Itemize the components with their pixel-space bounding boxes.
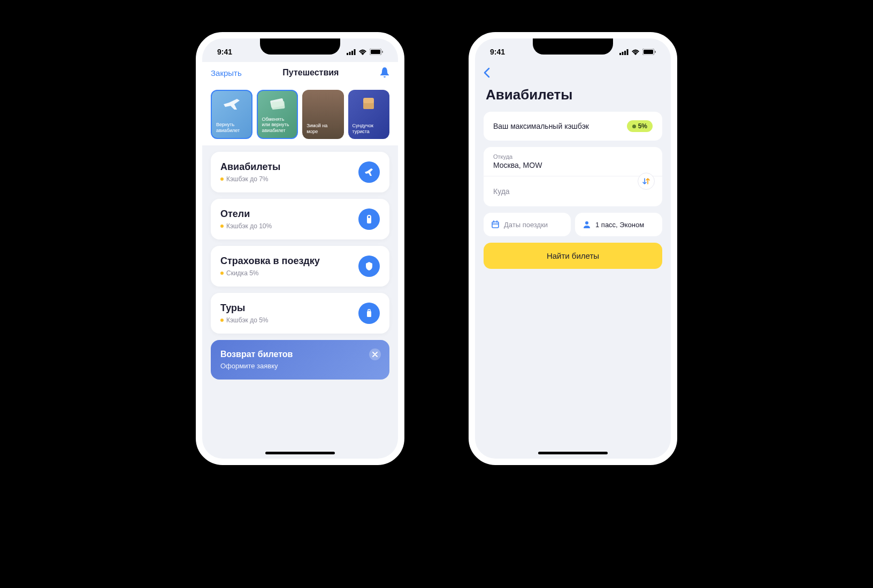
chevron-left-icon bbox=[484, 67, 490, 78]
to-placeholder: Куда bbox=[493, 183, 653, 200]
banner-subtitle: Оформите заявку bbox=[220, 362, 380, 370]
to-field[interactable]: Куда bbox=[484, 176, 662, 206]
svg-rect-8 bbox=[272, 101, 285, 110]
passengers-field[interactable]: 1 пасс, Эконом bbox=[575, 213, 662, 236]
banner-close-button[interactable] bbox=[369, 349, 381, 360]
dates-field[interactable]: Даты поездки bbox=[484, 213, 571, 236]
from-field[interactable]: Откуда Москва, MOW bbox=[484, 147, 662, 176]
svg-rect-13 bbox=[619, 53, 621, 55]
cashback-badge: 5% bbox=[627, 120, 653, 132]
svg-rect-14 bbox=[622, 52, 624, 55]
status-time: 9:41 bbox=[490, 48, 505, 56]
card-title: Авиабилеты bbox=[220, 161, 280, 173]
door-hanger-icon bbox=[358, 208, 380, 230]
svg-rect-15 bbox=[624, 51, 626, 55]
nav-bar: Закрыть Путешествия bbox=[202, 62, 398, 83]
shield-icon bbox=[358, 256, 380, 277]
status-time: 9:41 bbox=[217, 48, 232, 56]
svg-rect-19 bbox=[655, 51, 656, 53]
tickets-icon bbox=[266, 96, 288, 112]
swap-button[interactable] bbox=[638, 173, 655, 190]
cards-list: Авиабилеты Кэшбэк до 7% Отели Кэшбэк до … bbox=[202, 145, 398, 386]
card-title: Туры bbox=[220, 303, 269, 314]
bell-icon bbox=[380, 67, 389, 78]
svg-rect-20 bbox=[492, 222, 499, 228]
story-return-ticket[interactable]: Вернуть авиабилет bbox=[211, 90, 252, 139]
notch bbox=[533, 38, 613, 55]
svg-rect-18 bbox=[644, 50, 653, 54]
swap-icon bbox=[642, 177, 650, 185]
status-icons bbox=[619, 49, 656, 55]
from-label: Откуда bbox=[493, 153, 653, 160]
card-hotels[interactable]: Отели Кэшбэк до 10% bbox=[211, 199, 389, 239]
status-icons bbox=[347, 49, 383, 55]
svg-rect-2 bbox=[351, 51, 353, 55]
phone-frame-right: 9:41 Авиабилеты Ваш максимальный кэшбэк … bbox=[469, 32, 677, 465]
story-label: Сундучок туриста bbox=[353, 123, 385, 135]
card-title: Страховка в поездку bbox=[220, 256, 320, 267]
story-label: Зимой на море bbox=[307, 123, 339, 135]
close-button[interactable]: Закрыть bbox=[211, 68, 242, 78]
card-subtitle: Кэшбэк до 5% bbox=[220, 316, 269, 324]
wifi-icon bbox=[631, 49, 640, 55]
page-title: Авиабилеты bbox=[475, 83, 671, 112]
svg-rect-6 bbox=[382, 51, 383, 53]
home-indicator[interactable] bbox=[538, 452, 608, 454]
passengers-value: 1 пасс, Эконом bbox=[595, 221, 644, 229]
card-tours[interactable]: Туры Кэшбэк до 5% bbox=[211, 293, 389, 334]
search-form: Откуда Москва, MOW Куда bbox=[484, 147, 662, 206]
svg-rect-0 bbox=[347, 53, 348, 55]
story-tourist-chest[interactable]: Сундучок туриста bbox=[348, 90, 389, 139]
story-exchange-ticket[interactable]: Обменять или вернуть авиабилет bbox=[257, 90, 298, 139]
card-title: Отели bbox=[220, 208, 272, 220]
calendar-icon bbox=[491, 220, 500, 229]
return-tickets-banner[interactable]: Возврат билетов Оформите заявку bbox=[211, 340, 389, 380]
signal-icon bbox=[347, 49, 356, 55]
svg-rect-3 bbox=[354, 49, 356, 55]
card-subtitle: Кэшбэк до 7% bbox=[220, 175, 280, 183]
svg-rect-1 bbox=[349, 52, 351, 55]
story-label: Вернуть авиабилет bbox=[216, 122, 247, 134]
svg-rect-10 bbox=[363, 98, 374, 103]
svg-rect-5 bbox=[371, 50, 380, 54]
banner-title: Возврат билетов bbox=[220, 350, 380, 359]
notch bbox=[260, 38, 340, 55]
card-subtitle: Кэшбэк до 10% bbox=[220, 222, 272, 230]
signal-icon bbox=[619, 49, 629, 55]
stories-row: Вернуть авиабилет Обменять или вернуть а… bbox=[202, 83, 398, 145]
svg-rect-12 bbox=[368, 310, 370, 312]
plane-icon bbox=[221, 96, 242, 112]
phone-frame-left: 9:41 Закрыть Путешествия Вернуть авиабил… bbox=[196, 32, 404, 465]
card-insurance[interactable]: Страховка в поездку Скидка 5% bbox=[211, 246, 389, 287]
svg-rect-16 bbox=[627, 49, 629, 55]
notifications-button[interactable] bbox=[380, 67, 389, 78]
card-flights[interactable]: Авиабилеты Кэшбэк до 7% bbox=[211, 152, 389, 192]
luggage-icon bbox=[358, 303, 380, 324]
home-indicator[interactable] bbox=[265, 452, 335, 454]
wifi-icon bbox=[358, 49, 367, 55]
story-label: Обменять или вернуть авиабилет bbox=[262, 117, 293, 134]
dates-placeholder: Даты поездки bbox=[504, 221, 548, 229]
back-button[interactable] bbox=[475, 62, 671, 83]
story-winter-sea[interactable]: Зимой на море bbox=[302, 90, 343, 139]
from-value: Москва, MOW bbox=[493, 161, 653, 169]
battery-icon bbox=[642, 49, 656, 55]
cashback-label: Ваш максимальный кэшбэк bbox=[493, 122, 589, 130]
card-subtitle: Скидка 5% bbox=[220, 269, 320, 277]
plane-icon bbox=[358, 161, 380, 183]
user-icon bbox=[583, 220, 591, 229]
page-title: Путешествия bbox=[282, 68, 339, 78]
close-icon bbox=[372, 352, 378, 357]
cashback-info[interactable]: Ваш максимальный кэшбэк 5% bbox=[484, 112, 662, 141]
chest-icon bbox=[358, 95, 379, 111]
battery-icon bbox=[370, 49, 383, 55]
search-button[interactable]: Найти билеты bbox=[484, 243, 662, 269]
svg-point-24 bbox=[585, 221, 588, 225]
